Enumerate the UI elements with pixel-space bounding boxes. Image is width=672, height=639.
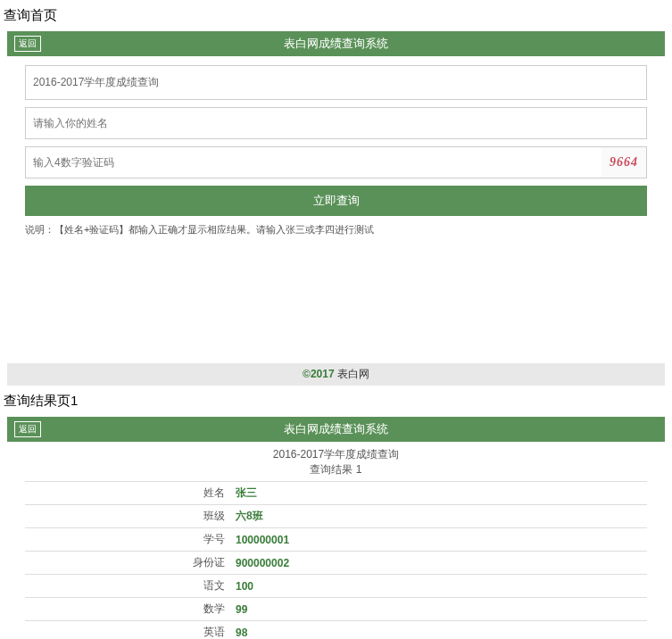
row-value: 98 (230, 621, 647, 640)
spacer (7, 247, 665, 363)
back-button-result[interactable]: 返回 (14, 421, 41, 437)
result-container: 返回 表白网成绩查询系统 2016-2017学年度成绩查询 查询结果 1 姓名张… (0, 417, 672, 639)
table-row: 英语98 (25, 621, 647, 640)
table-row: 班级六8班 (25, 505, 647, 528)
row-label: 身份证 (25, 552, 230, 575)
result-header: 2016-2017学年度成绩查询 查询结果 1 (25, 442, 647, 479)
row-value: 张三 (230, 482, 647, 505)
section-title-query-home: 查询首页 (0, 0, 672, 31)
row-label: 学号 (25, 528, 230, 552)
form-area: 2016-2017学年度成绩查询 9664 立即查询 说明：【姓名+验证码】都输… (7, 56, 665, 247)
note-text: 说明：【姓名+验证码】都输入正确才显示相应结果。请输入张三或李四进行测试 (25, 221, 647, 238)
row-value: 100 (230, 575, 647, 598)
footer-site: 表白网 (337, 368, 369, 380)
result-title: 2016-2017学年度成绩查询 (25, 447, 647, 462)
row-value: 100000001 (230, 528, 647, 552)
row-value: 900000002 (230, 552, 647, 575)
table-row: 学号100000001 (25, 528, 647, 552)
year-select[interactable]: 2016-2017学年度成绩查询 (25, 65, 647, 100)
footer: ©2017 表白网 (7, 363, 665, 386)
table-row: 语文100 (25, 575, 647, 598)
header-title-result: 表白网成绩查询系统 (284, 421, 388, 437)
row-value: 99 (230, 598, 647, 621)
captcha-input[interactable] (26, 147, 601, 178)
table-row: 姓名张三 (25, 482, 647, 505)
result-area: 2016-2017学年度成绩查询 查询结果 1 姓名张三班级六8班学号10000… (7, 442, 665, 639)
back-button[interactable]: 返回 (14, 36, 41, 52)
name-input[interactable] (25, 107, 647, 139)
row-label: 班级 (25, 505, 230, 528)
captcha-row: 9664 (25, 146, 647, 178)
row-label: 数学 (25, 598, 230, 621)
header-bar: 返回 表白网成绩查询系统 (7, 31, 665, 56)
result-sub: 查询结果 1 (25, 462, 647, 477)
table-row: 数学99 (25, 598, 647, 621)
section-title-result: 查询结果页1 (0, 386, 672, 417)
header-title: 表白网成绩查询系统 (284, 36, 388, 52)
table-row: 身份证900000002 (25, 552, 647, 575)
footer-copy: ©2017 (303, 368, 337, 380)
row-label: 姓名 (25, 482, 230, 505)
row-value: 六8班 (230, 505, 647, 528)
result-table: 姓名张三班级六8班学号100000001身份证900000002语文100数学9… (25, 481, 647, 639)
captcha-image[interactable]: 9664 (601, 147, 646, 178)
submit-button[interactable]: 立即查询 (25, 186, 647, 216)
header-bar-result: 返回 表白网成绩查询系统 (7, 417, 665, 442)
query-home-container: 返回 表白网成绩查询系统 2016-2017学年度成绩查询 9664 立即查询 … (0, 31, 672, 386)
row-label: 语文 (25, 575, 230, 598)
row-label: 英语 (25, 621, 230, 640)
